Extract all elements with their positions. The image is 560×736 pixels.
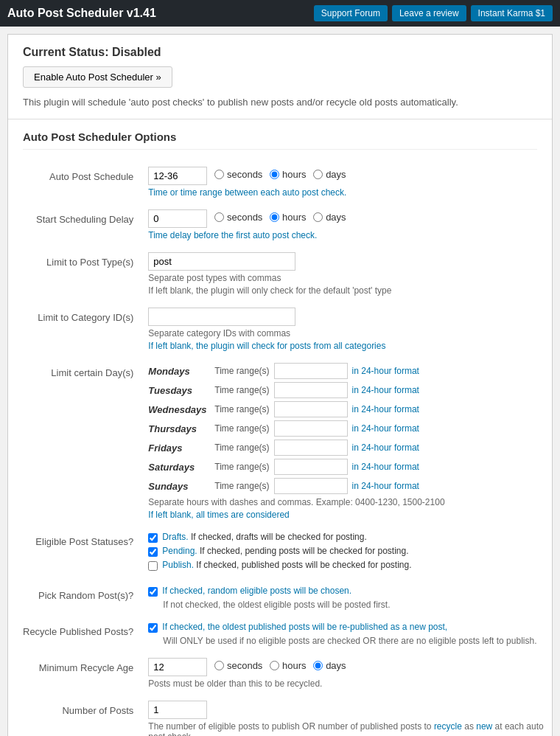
limit-days-row: Limit certain Day(s) Mondays Time range(…	[23, 357, 560, 526]
limit-category-ids-input[interactable]	[148, 308, 295, 326]
recycle-hint2: Will ONLY be used if no eligible posts a…	[163, 636, 560, 646]
publish-label: Publish. If checked, published posts wil…	[162, 560, 411, 570]
number-of-posts-input[interactable]	[148, 701, 207, 719]
pick-random-posts-row: Pick Random Post(s)? If checked, random …	[23, 580, 560, 616]
recycle-days-option[interactable]: days	[313, 660, 346, 671]
delay-seconds-radio[interactable]	[214, 212, 224, 222]
pick-random-posts-label: Pick Random Post(s)?	[23, 580, 148, 616]
start-delay-input[interactable]	[148, 209, 207, 228]
delay-days-radio[interactable]	[313, 212, 323, 222]
limit-post-types-row: Limit to Post Type(s) Separate post type…	[23, 246, 560, 302]
saturday-input[interactable]	[274, 459, 348, 475]
delay-seconds-label: seconds	[227, 212, 262, 223]
delay-hours-option[interactable]: hours	[270, 212, 307, 223]
random-posts-hint2: If not checked, the oldest eligible post…	[163, 600, 560, 610]
schedule-days-option[interactable]: days	[313, 169, 346, 180]
instant-karma-button[interactable]: Instant Karma $1	[471, 5, 553, 21]
limit-days-field: Mondays Time range(s) in 24-hour format …	[148, 357, 560, 526]
eligible-post-statuses-label: Eligible Post Statuses?	[23, 526, 148, 580]
monday-input[interactable]	[274, 363, 348, 379]
drafts-checkbox-row: Drafts. If checked, drafts will be check…	[148, 532, 560, 543]
saturday-range-label: Time range(s)	[214, 462, 269, 472]
limit-category-ids-label: Limit to Category ID(s)	[23, 302, 148, 357]
thursdays-row: Thursdays Time range(s) in 24-hour forma…	[148, 420, 560, 437]
days-hint2: If left blank, all times are considered	[148, 510, 560, 520]
minimum-recycle-age-input[interactable]	[148, 658, 207, 676]
drafts-label: Drafts. If checked, drafts will be check…	[162, 532, 366, 542]
tuesday-label: Tuesdays	[148, 385, 214, 396]
recycle-days-radio[interactable]	[313, 661, 323, 670]
delay-days-label: days	[326, 212, 346, 223]
friday-input[interactable]	[274, 440, 348, 456]
eligible-post-statuses-field: Drafts. If checked, drafts will be check…	[148, 526, 560, 580]
schedule-seconds-option[interactable]: seconds	[214, 169, 262, 180]
delay-seconds-option[interactable]: seconds	[214, 212, 262, 223]
monday-format: in 24-hour format	[352, 366, 419, 376]
recycle-seconds-radio[interactable]	[214, 661, 224, 670]
start-scheduling-delay-field: seconds hours days Time delay before the…	[148, 204, 560, 246]
leave-review-button[interactable]: Leave a review	[392, 5, 466, 21]
number-of-posts-field: The number of eligible posts to publish …	[148, 695, 560, 736]
thursday-input[interactable]	[274, 420, 348, 437]
recycle-checkbox[interactable]	[148, 623, 158, 633]
thursday-label: Thursdays	[148, 423, 214, 434]
limit-category-ids-row: Limit to Category ID(s) Separate categor…	[23, 302, 560, 357]
delay-days-option[interactable]: days	[313, 212, 346, 223]
recycle-hours-label: hours	[282, 660, 307, 671]
recycle-hint1: If checked, the oldest published posts w…	[162, 622, 447, 632]
recycle-hours-radio[interactable]	[270, 661, 279, 670]
tuesday-format: in 24-hour format	[352, 385, 419, 395]
schedule-seconds-label: seconds	[227, 169, 262, 180]
pending-checkbox[interactable]	[148, 547, 158, 557]
minimum-recycle-age-field: seconds hours days Posts must be older t…	[148, 652, 560, 695]
fridays-row: Fridays Time range(s) in 24-hour format	[148, 440, 560, 456]
recycle-seconds-option[interactable]: seconds	[214, 660, 262, 671]
recycle-days-label: days	[326, 660, 346, 671]
limit-post-types-field: Separate post types with commas If left …	[148, 246, 560, 302]
schedule-days-radio[interactable]	[313, 170, 323, 179]
options-title: Auto Post Scheduler Options	[23, 131, 537, 150]
recycle-checkbox-row: If checked, the oldest published posts w…	[148, 622, 560, 633]
status-section: Current Status: Disabled Enable Auto Pos…	[8, 35, 552, 119]
minimum-recycle-age-hint: Posts must be older than this to be recy…	[148, 678, 560, 689]
recycle-hours-option[interactable]: hours	[270, 660, 307, 671]
pick-random-posts-field: If checked, random eligible posts will b…	[148, 580, 560, 616]
sunday-input[interactable]	[274, 478, 348, 494]
start-delay-hint: Time delay before the first auto post ch…	[148, 230, 560, 240]
drafts-checkbox[interactable]	[148, 533, 158, 543]
auto-post-schedule-input[interactable]	[148, 167, 207, 185]
monday-range-label: Time range(s)	[214, 366, 269, 376]
random-posts-checkbox[interactable]	[148, 587, 158, 597]
limit-post-types-input[interactable]	[148, 252, 295, 271]
pending-checkbox-row: Pending. If checked, pending posts will …	[148, 546, 560, 557]
tuesdays-row: Tuesdays Time range(s) in 24-hour format	[148, 382, 560, 398]
saturday-format: in 24-hour format	[352, 462, 419, 472]
enable-scheduler-button[interactable]: Enable Auto Post Scheduler »	[23, 66, 172, 88]
recycle-published-posts-label: Recycle Published Posts?	[23, 616, 148, 652]
saturday-label: Saturdays	[148, 462, 214, 473]
minimum-recycle-age-row: Minimum Recycle Age seconds hours days P…	[23, 652, 560, 695]
pending-label: Pending. If checked, pending posts will …	[162, 546, 408, 556]
tuesday-input[interactable]	[274, 382, 348, 398]
publish-checkbox[interactable]	[148, 561, 158, 571]
app-title: Auto Post Scheduler v1.41	[7, 7, 314, 20]
delay-hours-radio[interactable]	[270, 212, 279, 222]
limit-category-hint1: Separate category IDs with commas	[148, 328, 560, 339]
monday-label: Mondays	[148, 366, 214, 377]
support-forum-button[interactable]: Support Forum	[314, 5, 388, 21]
options-section: Auto Post Scheduler Options Auto Post Sc…	[8, 119, 552, 736]
limit-category-ids-field: Separate category IDs with commas If lef…	[148, 302, 560, 357]
sunday-label: Sundays	[148, 481, 214, 492]
current-status-title: Current Status: Disabled	[23, 46, 537, 59]
auto-post-schedule-hint: Time or time range between each auto pos…	[148, 187, 560, 198]
wednesday-input[interactable]	[274, 401, 348, 417]
friday-label: Fridays	[148, 442, 214, 454]
sundays-row: Sundays Time range(s) in 24-hour format	[148, 478, 560, 494]
friday-format: in 24-hour format	[352, 442, 419, 453]
schedule-hours-radio[interactable]	[270, 170, 279, 179]
schedule-seconds-radio[interactable]	[214, 170, 224, 179]
random-posts-checkbox-row: If checked, random eligible posts will b…	[148, 586, 560, 597]
schedule-hours-option[interactable]: hours	[270, 169, 307, 180]
sunday-format: in 24-hour format	[352, 481, 419, 491]
auto-post-schedule-row: Auto Post Schedule seconds hours days Ti…	[23, 161, 560, 204]
